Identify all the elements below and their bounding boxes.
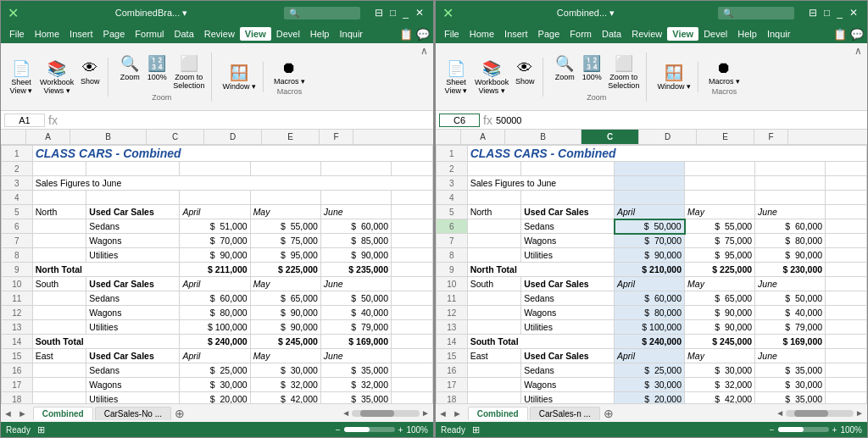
col-b-header-left[interactable]: B — [70, 130, 147, 144]
col-a-header-right[interactable]: A — [461, 130, 505, 144]
menu-inquir-left[interactable]: Inquir — [334, 27, 368, 41]
menu-dev-left[interactable]: Devel — [271, 27, 305, 41]
scroll-right-icon-left[interactable]: ► — [15, 408, 30, 419]
workbook-views-btn-right[interactable]: 📚 WorkbookViews ▾ — [473, 58, 510, 97]
menu-form-right[interactable]: Form — [565, 27, 597, 41]
menu-help-right[interactable]: Help — [732, 27, 762, 41]
col-a-header-left[interactable]: A — [26, 130, 70, 144]
col-b-header-right[interactable]: B — [505, 130, 581, 144]
col-f-header-right[interactable]: F — [754, 130, 788, 144]
table-row: 17 Wagons $ 30,000 $ 32,000 $ 32,000 — [2, 378, 433, 392]
zoom-btn-right[interactable]: 🔍 Zoom — [552, 53, 577, 91]
ribbon-view-btn-right[interactable]: ⊟ — [806, 7, 820, 19]
title-cell-left[interactable]: CLASS CARS - Combined — [32, 146, 432, 162]
100pct-btn-left[interactable]: 🔢 100% — [144, 53, 170, 91]
scroll-right-h-right[interactable]: ► — [855, 408, 864, 418]
new-tab-btn-right[interactable]: ⊕ — [600, 407, 617, 420]
macros-btn-right[interactable]: ⏺ Macros ▾ — [707, 58, 742, 87]
table-row: 14 South Total $ 240,000 $ 245,000 $ 169… — [437, 335, 867, 349]
col-e-header-left[interactable]: E — [262, 130, 320, 144]
show-btn-left[interactable]: 👁 Show — [77, 58, 103, 97]
menu-home-right[interactable]: Home — [465, 27, 499, 41]
close-btn-right[interactable]: ✕ — [847, 7, 860, 19]
search-input-right[interactable] — [718, 7, 794, 19]
formula-input-left[interactable] — [61, 115, 430, 125]
zoom-in-btn-left[interactable]: + — [398, 425, 403, 435]
menu-data-right[interactable]: Data — [597, 27, 626, 41]
sheet-view-btn-left[interactable]: 📄 SheetView ▾ — [6, 58, 36, 97]
title-bar-right: ✕ Combined... ▾ ⊟ □ _ ✕ — [436, 1, 867, 25]
col-d-header-right[interactable]: D — [639, 130, 697, 144]
col-f-header-left[interactable]: F — [320, 130, 353, 144]
sheet-tab-combined-left[interactable]: Combined — [33, 407, 93, 420]
close-btn-left[interactable]: ✕ — [413, 7, 426, 19]
zoom-out-btn-right[interactable]: − — [770, 425, 775, 435]
row-num: 4 — [437, 191, 468, 205]
col-e-header-right[interactable]: E — [697, 130, 754, 144]
sheet-tab-carsales-right[interactable]: CarSales-n ... — [530, 407, 600, 420]
menu-inquir-right[interactable]: Inquir — [762, 27, 796, 41]
100pct-btn-right[interactable]: 🔢 100% — [579, 53, 604, 91]
scroll-left-icon-right[interactable]: ◄ — [436, 408, 450, 419]
ribbon-right: 📄 SheetView ▾ 📚 WorkbookViews ▾ 👁 Show — [436, 43, 867, 111]
title-cell-right[interactable]: CLASS CARS - Combined — [467, 146, 866, 162]
zoom-btn-left[interactable]: 🔍 Zoom — [117, 53, 142, 91]
window-btn-left[interactable]: 🪟 Window ▾ — [220, 62, 258, 92]
row-num: 4 — [2, 191, 33, 205]
col-c-header-left[interactable]: C — [147, 130, 204, 144]
ribbon-collapse-icon-right[interactable]: ∧ — [854, 45, 862, 57]
row-num: 5 — [437, 205, 468, 219]
menu-formulas-left[interactable]: Formul — [130, 27, 169, 41]
macros-btn-left[interactable]: ⏺ Macros ▾ — [272, 58, 307, 87]
sheet-tab-carsales-left[interactable]: CarSales-No ... — [95, 407, 171, 420]
scroll-left-icon-left[interactable]: ◄ — [1, 408, 15, 419]
selected-cell-c6-right[interactable]: $ 50,000 — [615, 219, 685, 234]
maximize-btn-right[interactable]: □ — [821, 7, 832, 19]
formula-input-right[interactable] — [496, 115, 864, 125]
scroll-left-h-left[interactable]: ◄ — [342, 408, 350, 418]
menu-home-left[interactable]: Home — [30, 27, 64, 41]
scroll-left-h-right[interactable]: ◄ — [776, 408, 784, 418]
window-title-right: Combined... ▾ — [459, 8, 713, 19]
menu-data-left[interactable]: Data — [170, 27, 199, 41]
minimize-btn-right[interactable]: _ — [834, 7, 845, 19]
zoom-out-btn-left[interactable]: − — [336, 425, 341, 435]
maximize-btn-left[interactable]: □ — [387, 7, 398, 19]
row-num: 13 — [437, 320, 468, 335]
sheet-view-btn-right[interactable]: 📄 SheetView ▾ — [441, 58, 471, 97]
window-btn-right[interactable]: 🪟 Window ▾ — [655, 62, 693, 92]
sheet-tab-combined-right[interactable]: Combined — [468, 407, 528, 420]
menu-review-right[interactable]: Review — [626, 27, 667, 41]
menu-review-left[interactable]: Review — [199, 27, 240, 41]
col-d-header-left[interactable]: D — [204, 130, 262, 144]
menu-insert-left[interactable]: Insert — [64, 27, 98, 41]
ribbon-view-btn-left[interactable]: ⊟ — [372, 7, 386, 19]
table-row: 16 Sedans $ 25,000 $ 30,000 $ 35,000 — [437, 363, 867, 378]
menu-dev-right[interactable]: Devel — [698, 27, 732, 41]
minimize-btn-left[interactable]: _ — [400, 7, 411, 19]
col-c-header-right[interactable]: C — [581, 130, 639, 144]
zoom-selection-btn-left[interactable]: ⬜ Zoom toSelection — [171, 53, 206, 91]
menu-file-right[interactable]: File — [439, 27, 465, 41]
row-num: 2 — [2, 162, 33, 176]
show-btn-right[interactable]: 👁 Show — [512, 58, 537, 97]
menu-help-left[interactable]: Help — [305, 27, 335, 41]
name-box-left[interactable] — [4, 114, 45, 127]
scroll-right-icon-right[interactable]: ► — [450, 408, 465, 419]
menu-view-left[interactable]: View — [240, 27, 271, 41]
workbook-views-btn-left[interactable]: 📚 WorkbookViews ▾ — [38, 58, 75, 97]
row-num: 1 — [2, 146, 33, 162]
new-tab-btn-left[interactable]: ⊕ — [171, 407, 188, 420]
menu-insert-right[interactable]: Insert — [499, 27, 533, 41]
zoom-in-btn-right[interactable]: + — [832, 425, 837, 435]
name-box-right[interactable] — [439, 114, 480, 127]
zoom-selection-btn-right[interactable]: ⬜ Zoom toSelection — [606, 53, 641, 91]
menu-file-left[interactable]: File — [4, 27, 30, 41]
menu-page-right[interactable]: Page — [533, 27, 565, 41]
excel-icon-left: ✕ — [8, 5, 19, 21]
ribbon-collapse-icon-left[interactable]: ∧ — [420, 45, 428, 57]
scroll-right-h-left[interactable]: ► — [421, 408, 430, 418]
menu-page-left[interactable]: Page — [98, 27, 131, 41]
search-input-left[interactable] — [284, 7, 360, 19]
menu-view-right[interactable]: View — [667, 27, 698, 41]
